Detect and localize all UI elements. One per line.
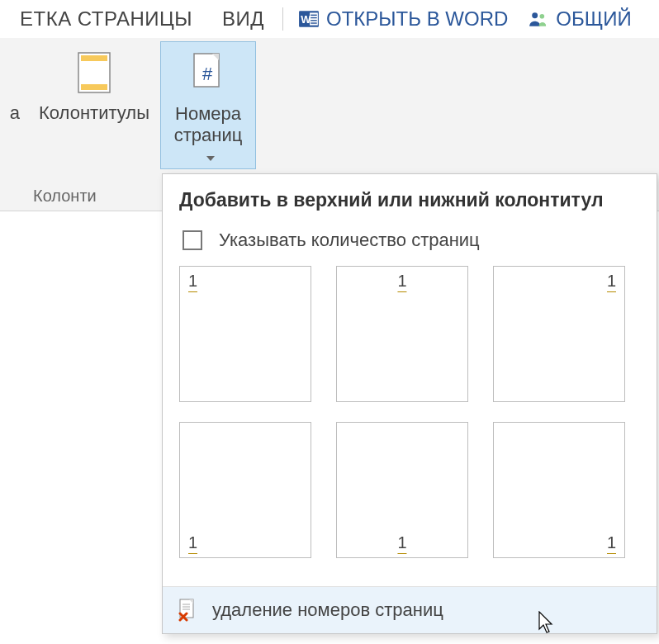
generic-icon xyxy=(0,48,20,97)
remove-page-numbers-item[interactable]: удаление номеров страниц xyxy=(163,586,657,633)
position-option-bottom-center[interactable]: 1 xyxy=(336,422,468,558)
sample-number: 1 xyxy=(607,533,616,552)
share-button[interactable]: ОБЩИЙ xyxy=(519,7,639,31)
include-page-count-checkbox[interactable]: Указывать количество страниц xyxy=(163,223,657,266)
word-icon: W xyxy=(298,8,320,30)
svg-rect-5 xyxy=(311,22,317,23)
header-footer-icon xyxy=(77,51,111,94)
ribbon-button-partial[interactable]: а xyxy=(0,41,28,124)
people-icon xyxy=(528,8,549,30)
svg-text:W: W xyxy=(301,13,311,26)
share-label: ОБЩИЙ xyxy=(556,7,631,31)
svg-rect-2 xyxy=(311,15,317,16)
include-page-count-label: Указывать количество страниц xyxy=(219,230,480,251)
sample-number: 1 xyxy=(397,533,406,552)
position-option-top-right[interactable]: 1 xyxy=(493,266,625,402)
chevron-down-icon xyxy=(206,156,215,161)
sample-number: 1 xyxy=(397,272,406,291)
dropdown-title: Добавить в верхний или нижний колонтитул xyxy=(163,174,657,223)
position-option-bottom-left[interactable]: 1 xyxy=(179,422,311,558)
svg-text:#: # xyxy=(202,64,213,84)
tab-page-layout[interactable]: ЕТКА СТРАНИЦЫ xyxy=(5,7,207,31)
svg-rect-10 xyxy=(81,55,107,61)
tab-separator xyxy=(282,7,283,31)
page-numbers-label-1: Номера xyxy=(175,103,241,124)
sample-number: 1 xyxy=(607,272,616,291)
position-option-bottom-right[interactable]: 1 xyxy=(493,422,625,558)
position-thumbnails: 1 1 1 1 1 1 xyxy=(163,266,657,586)
svg-rect-11 xyxy=(81,84,107,90)
remove-page-number-icon xyxy=(178,599,197,622)
page-number-icon: # xyxy=(191,52,225,95)
open-in-word-label: ОТКРЫТЬ В WORD xyxy=(326,7,508,31)
remove-page-numbers-label: удаление номеров страниц xyxy=(212,599,443,621)
page-numbers-dropdown: Добавить в верхний или нижний колонтитул… xyxy=(162,173,657,634)
tab-view[interactable]: ВИД xyxy=(207,7,279,31)
headers-footers-button[interactable]: Колонтитулы xyxy=(28,41,160,124)
page-numbers-button[interactable]: # Номера страниц xyxy=(160,41,256,169)
open-in-word-button[interactable]: W ОТКРЫТЬ В WORD xyxy=(287,7,519,31)
svg-rect-4 xyxy=(311,20,317,21)
headers-footers-label: Колонтитулы xyxy=(39,102,149,124)
sample-number: 1 xyxy=(188,272,197,291)
checkbox-box xyxy=(183,230,202,250)
svg-point-7 xyxy=(533,12,538,18)
ribbon-button-partial-label: а xyxy=(10,102,20,124)
sample-number: 1 xyxy=(188,533,197,552)
position-option-top-center[interactable]: 1 xyxy=(336,266,468,402)
page-numbers-label-2: страниц xyxy=(174,125,243,145)
svg-point-8 xyxy=(540,14,545,19)
svg-rect-3 xyxy=(311,17,317,18)
ribbon-group-label: Колонти xyxy=(33,187,97,206)
position-option-top-left[interactable]: 1 xyxy=(179,266,311,402)
